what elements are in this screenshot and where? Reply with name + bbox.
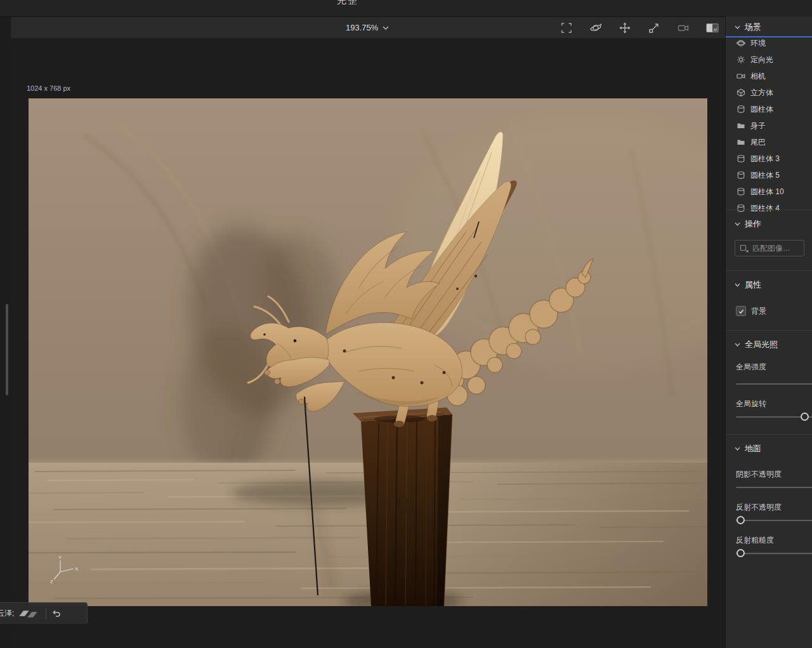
reflection-opacity-slider-handle[interactable] bbox=[737, 516, 745, 524]
axis-z-label: Z bbox=[50, 579, 53, 584]
check-icon bbox=[738, 308, 745, 315]
directional-light-icon bbox=[737, 55, 745, 64]
camera-bookmark-bar: 云泽; bbox=[0, 602, 88, 624]
scene-item-cylinder-10[interactable]: 圆柱体 10 bbox=[726, 183, 812, 200]
divider bbox=[726, 270, 812, 271]
global-rotation-slider-handle[interactable] bbox=[801, 413, 809, 421]
chevron-down-icon bbox=[735, 25, 740, 29]
axis-y-label: Y bbox=[58, 555, 62, 560]
folder-icon bbox=[737, 138, 745, 147]
orbit-camera-icon[interactable] bbox=[589, 22, 602, 34]
chevron-down-icon bbox=[735, 222, 740, 226]
axis-gizmo: Y X Z bbox=[49, 555, 79, 584]
partial-menu-label: 完整 bbox=[337, 0, 358, 6]
reflection-roughness-slider-handle[interactable] bbox=[737, 549, 745, 557]
reflection-roughness-label: 反射粗糙度 bbox=[736, 535, 774, 546]
global-intensity-slider[interactable] bbox=[736, 383, 812, 385]
scene-item-body-folder[interactable]: 身子 bbox=[726, 117, 812, 134]
reflection-opacity-label: 反射不透明度 bbox=[736, 502, 782, 513]
shadow-opacity-slider[interactable] bbox=[736, 487, 812, 488]
toolbar: 193.75% bbox=[11, 17, 725, 39]
scene-item-tail-folder[interactable]: 尾巴 bbox=[726, 134, 812, 150]
section-header-properties[interactable]: 属性 bbox=[735, 279, 761, 291]
environment-icon bbox=[737, 39, 745, 48]
cylinder-icon bbox=[737, 187, 745, 196]
render-region-icon[interactable] bbox=[560, 22, 573, 34]
camera-bookmark-thumbnails[interactable] bbox=[18, 608, 43, 619]
divider bbox=[46, 608, 46, 619]
cylinder-icon bbox=[737, 204, 745, 213]
cylinder-icon bbox=[737, 105, 745, 114]
camera-bookmark-label: 云泽; bbox=[0, 608, 15, 619]
match-image-button[interactable]: 匹配图像… bbox=[735, 240, 804, 256]
reflection-roughness-slider[interactable] bbox=[736, 553, 812, 554]
rendered-scene bbox=[29, 98, 707, 606]
reflection-opacity-slider[interactable] bbox=[736, 520, 812, 521]
background-checkbox-row: 背景 bbox=[736, 305, 766, 317]
toolbar-icon-group bbox=[560, 17, 719, 38]
shadow-opacity-label: 阴影不透明度 bbox=[736, 469, 782, 480]
cylinder-icon bbox=[737, 171, 745, 180]
background-checkbox[interactable] bbox=[736, 306, 746, 316]
chevron-down-icon bbox=[735, 343, 740, 347]
section-header-actions[interactable]: 操作 bbox=[735, 218, 761, 230]
vertical-scrollbar-thumb[interactable] bbox=[6, 304, 8, 395]
divider bbox=[726, 209, 812, 210]
scene-item-cylinder-3[interactable]: 圆柱体 3 bbox=[726, 150, 812, 167]
global-intensity-label: 全局强度 bbox=[736, 362, 766, 373]
section-header-global-illumination[interactable]: 全局光照 bbox=[735, 339, 778, 350]
scene-list: 环境 定向光 相机 立方体 圆柱体 身子 bbox=[726, 35, 812, 216]
axis-x-label: X bbox=[75, 566, 79, 572]
divider bbox=[726, 434, 812, 435]
frame-camera-icon[interactable] bbox=[677, 22, 690, 34]
right-panel: 场景 环境 定向光 相机 立方体 圆柱体 bbox=[725, 17, 812, 648]
scene-item-cylinder-4[interactable]: 圆柱体 4 bbox=[726, 200, 812, 216]
scene-item-cylinder[interactable]: 圆柱体 bbox=[726, 101, 812, 117]
cylinder-icon bbox=[737, 154, 745, 163]
zoom-value: 193.75% bbox=[346, 23, 378, 32]
scene-item-cylinder-5[interactable]: 圆柱体 5 bbox=[726, 167, 812, 183]
selection-indicator bbox=[726, 36, 812, 37]
match-image-icon bbox=[740, 244, 749, 253]
section-header-ground[interactable]: 地面 bbox=[735, 443, 761, 454]
top-menu-strip: 完整 bbox=[0, 0, 812, 17]
scene-item-cube[interactable]: 立方体 bbox=[726, 84, 812, 101]
app-window: 完整 193.75% bbox=[0, 0, 812, 648]
pan-camera-icon[interactable] bbox=[619, 22, 631, 34]
chevron-down-icon bbox=[735, 447, 740, 451]
scene-item-camera[interactable]: 相机 bbox=[726, 68, 812, 84]
section-header-scene[interactable]: 场景 bbox=[735, 22, 761, 33]
undo-icon[interactable] bbox=[51, 609, 61, 618]
canvas-size-label: 1024 x 768 px bbox=[27, 84, 70, 92]
folder-icon bbox=[737, 121, 745, 130]
left-rail bbox=[0, 17, 11, 648]
global-rotation-label: 全局旋转 bbox=[736, 399, 766, 409]
render-preview-icon[interactable] bbox=[706, 22, 719, 34]
chevron-down-icon bbox=[735, 283, 740, 287]
dolly-camera-icon[interactable] bbox=[648, 22, 660, 34]
chevron-down-icon bbox=[383, 26, 389, 30]
scene-item-directional-light[interactable]: 定向光 bbox=[726, 51, 812, 68]
divider bbox=[726, 330, 812, 331]
render-viewport[interactable] bbox=[29, 98, 707, 606]
cube-icon bbox=[737, 88, 745, 97]
zoom-dropdown[interactable]: 193.75% bbox=[341, 17, 394, 38]
camera-icon bbox=[737, 72, 745, 81]
